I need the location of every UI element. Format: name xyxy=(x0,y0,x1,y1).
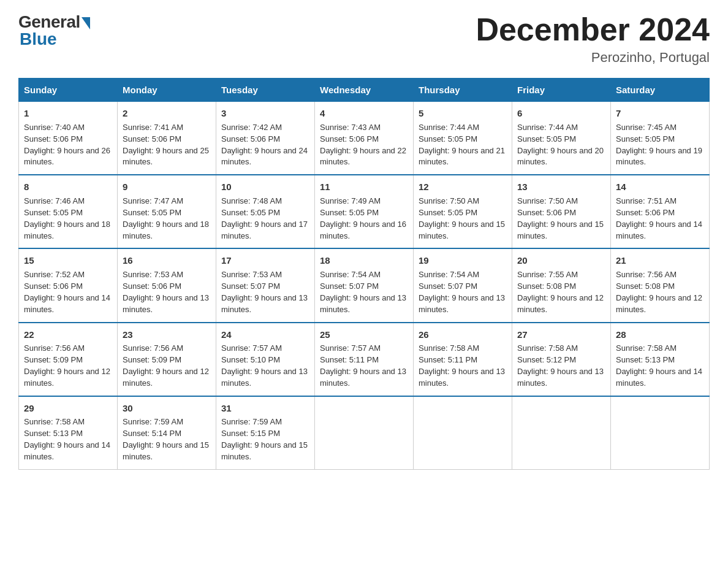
day-number: 29 xyxy=(24,402,112,415)
logo: General Blue xyxy=(18,12,90,49)
calendar-cell: 27Sunrise: 7:58 AMSunset: 5:12 PMDayligh… xyxy=(512,323,611,396)
day-number: 7 xyxy=(616,107,704,120)
location-label: Perozinho, Portugal xyxy=(476,50,710,66)
day-number: 28 xyxy=(616,328,704,342)
day-number: 5 xyxy=(419,107,507,120)
day-number: 8 xyxy=(24,180,112,194)
header-tuesday: Tuesday xyxy=(216,79,315,102)
day-number: 25 xyxy=(320,328,408,342)
calendar-cell: 31Sunrise: 7:59 AMSunset: 5:15 PMDayligh… xyxy=(216,396,315,470)
calendar-cell: 4Sunrise: 7:43 AMSunset: 5:06 PMDaylight… xyxy=(315,102,414,175)
header-monday: Monday xyxy=(118,79,216,102)
calendar-cell: 13Sunrise: 7:50 AMSunset: 5:06 PMDayligh… xyxy=(512,175,611,248)
day-number: 24 xyxy=(221,328,309,342)
day-number: 26 xyxy=(419,328,507,342)
calendar-cell: 19Sunrise: 7:54 AMSunset: 5:07 PMDayligh… xyxy=(414,248,512,322)
calendar-cell: 20Sunrise: 7:55 AMSunset: 5:08 PMDayligh… xyxy=(512,248,611,322)
title-section: December 2024 Perozinho, Portugal xyxy=(476,12,710,66)
day-number: 19 xyxy=(419,254,507,267)
day-number: 21 xyxy=(616,254,704,267)
day-number: 4 xyxy=(320,107,408,120)
calendar-cell: 28Sunrise: 7:58 AMSunset: 5:13 PMDayligh… xyxy=(611,323,710,396)
calendar-table: SundayMondayTuesdayWednesdayThursdayFrid… xyxy=(18,78,710,470)
header-thursday: Thursday xyxy=(414,79,512,102)
calendar-cell: 6Sunrise: 7:44 AMSunset: 5:05 PMDaylight… xyxy=(512,102,611,175)
calendar-cell xyxy=(611,396,710,470)
calendar-cell: 22Sunrise: 7:56 AMSunset: 5:09 PMDayligh… xyxy=(19,323,118,396)
day-number: 15 xyxy=(24,254,112,267)
day-number: 23 xyxy=(123,328,211,342)
week-row-5: 29Sunrise: 7:58 AMSunset: 5:13 PMDayligh… xyxy=(19,396,710,470)
calendar-cell: 10Sunrise: 7:48 AMSunset: 5:05 PMDayligh… xyxy=(216,175,315,248)
week-row-4: 22Sunrise: 7:56 AMSunset: 5:09 PMDayligh… xyxy=(19,323,710,396)
logo-arrow-icon xyxy=(82,17,90,29)
day-number: 12 xyxy=(419,180,507,194)
page-header: General Blue December 2024 Perozinho, Po… xyxy=(18,12,710,66)
week-row-1: 1Sunrise: 7:40 AMSunset: 5:06 PMDaylight… xyxy=(19,102,710,175)
calendar-cell: 9Sunrise: 7:47 AMSunset: 5:05 PMDaylight… xyxy=(118,175,216,248)
calendar-header-row: SundayMondayTuesdayWednesdayThursdayFrid… xyxy=(19,79,710,102)
day-number: 16 xyxy=(123,254,211,267)
day-number: 2 xyxy=(123,107,211,120)
calendar-cell: 30Sunrise: 7:59 AMSunset: 5:14 PMDayligh… xyxy=(118,396,216,470)
calendar-cell: 1Sunrise: 7:40 AMSunset: 5:06 PMDaylight… xyxy=(19,102,118,175)
calendar-cell: 21Sunrise: 7:56 AMSunset: 5:08 PMDayligh… xyxy=(611,248,710,322)
header-friday: Friday xyxy=(512,79,611,102)
calendar-cell: 15Sunrise: 7:52 AMSunset: 5:06 PMDayligh… xyxy=(19,248,118,322)
calendar-cell: 7Sunrise: 7:45 AMSunset: 5:05 PMDaylight… xyxy=(611,102,710,175)
day-number: 31 xyxy=(221,402,309,415)
day-number: 10 xyxy=(221,180,309,194)
header-sunday: Sunday xyxy=(19,79,118,102)
logo-blue-text: Blue xyxy=(20,29,57,49)
calendar-cell xyxy=(414,396,512,470)
day-number: 13 xyxy=(517,180,605,194)
calendar-cell: 8Sunrise: 7:46 AMSunset: 5:05 PMDaylight… xyxy=(19,175,118,248)
calendar-cell: 3Sunrise: 7:42 AMSunset: 5:06 PMDaylight… xyxy=(216,102,315,175)
calendar-cell: 24Sunrise: 7:57 AMSunset: 5:10 PMDayligh… xyxy=(216,323,315,396)
calendar-cell: 2Sunrise: 7:41 AMSunset: 5:06 PMDaylight… xyxy=(118,102,216,175)
calendar-cell xyxy=(512,396,611,470)
calendar-cell: 17Sunrise: 7:53 AMSunset: 5:07 PMDayligh… xyxy=(216,248,315,322)
day-number: 1 xyxy=(24,107,112,120)
calendar-cell: 26Sunrise: 7:58 AMSunset: 5:11 PMDayligh… xyxy=(414,323,512,396)
week-row-3: 15Sunrise: 7:52 AMSunset: 5:06 PMDayligh… xyxy=(19,248,710,322)
day-number: 22 xyxy=(24,328,112,342)
calendar-cell: 23Sunrise: 7:56 AMSunset: 5:09 PMDayligh… xyxy=(118,323,216,396)
calendar-cell: 12Sunrise: 7:50 AMSunset: 5:05 PMDayligh… xyxy=(414,175,512,248)
day-number: 30 xyxy=(123,402,211,415)
header-wednesday: Wednesday xyxy=(315,79,414,102)
calendar-cell: 5Sunrise: 7:44 AMSunset: 5:05 PMDaylight… xyxy=(414,102,512,175)
day-number: 6 xyxy=(517,107,605,120)
calendar-cell: 25Sunrise: 7:57 AMSunset: 5:11 PMDayligh… xyxy=(315,323,414,396)
day-number: 14 xyxy=(616,180,704,194)
week-row-2: 8Sunrise: 7:46 AMSunset: 5:05 PMDaylight… xyxy=(19,175,710,248)
calendar-cell xyxy=(315,396,414,470)
day-number: 18 xyxy=(320,254,408,267)
day-number: 11 xyxy=(320,180,408,194)
day-number: 27 xyxy=(517,328,605,342)
month-title: December 2024 xyxy=(476,12,710,47)
header-saturday: Saturday xyxy=(611,79,710,102)
calendar-cell: 29Sunrise: 7:58 AMSunset: 5:13 PMDayligh… xyxy=(19,396,118,470)
day-number: 20 xyxy=(517,254,605,267)
calendar-cell: 18Sunrise: 7:54 AMSunset: 5:07 PMDayligh… xyxy=(315,248,414,322)
calendar-cell: 11Sunrise: 7:49 AMSunset: 5:05 PMDayligh… xyxy=(315,175,414,248)
day-number: 17 xyxy=(221,254,309,267)
calendar-cell: 14Sunrise: 7:51 AMSunset: 5:06 PMDayligh… xyxy=(611,175,710,248)
day-number: 3 xyxy=(221,107,309,120)
day-number: 9 xyxy=(123,180,211,194)
calendar-cell: 16Sunrise: 7:53 AMSunset: 5:06 PMDayligh… xyxy=(118,248,216,322)
